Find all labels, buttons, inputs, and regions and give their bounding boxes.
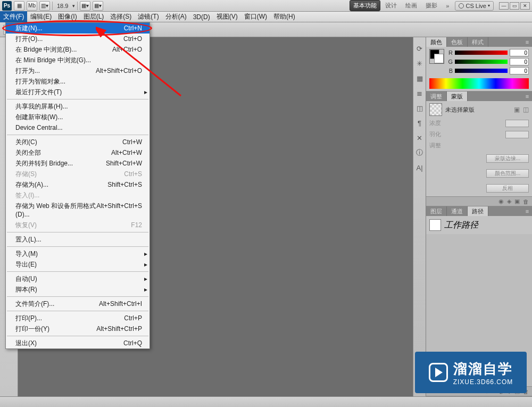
color-spectrum[interactable] (429, 78, 529, 89)
menu-layer[interactable]: 图层(L) (80, 11, 107, 22)
footer-icon[interactable]: ▣ (514, 198, 520, 205)
tab-color[interactable]: 颜色 (426, 37, 447, 47)
menu-item[interactable]: 打开为...Alt+Shift+Ctrl+O (6, 65, 149, 76)
dock-icon-paragraph[interactable]: ¶ (415, 118, 425, 128)
close-button[interactable]: ✕ (520, 2, 530, 10)
menu-item[interactable]: 退出(X)Ctrl+Q (6, 338, 149, 348)
menu-filter[interactable]: 滤镜(T) (135, 11, 162, 22)
toolbar-button[interactable]: ▦▾ (80, 1, 90, 11)
slider-r[interactable] (455, 51, 508, 55)
menu-edit[interactable]: 编辑(E) (27, 11, 55, 22)
menu-item[interactable]: 置入(L)... (6, 234, 149, 245)
minimize-button[interactable]: — (499, 2, 509, 10)
tab-styles[interactable]: 样式 (468, 37, 488, 47)
menu-item[interactable]: 打印一份(Y)Alt+Shift+Ctrl+P (6, 323, 149, 334)
menu-view[interactable]: 视图(V) (213, 11, 241, 22)
invert-button[interactable]: 反相 (486, 184, 529, 193)
menu-item[interactable]: 自动(U)▸ (6, 273, 149, 284)
color-range-button[interactable]: 颜色范围... (486, 169, 529, 178)
panel-menu-icon[interactable]: ≡ (522, 92, 532, 101)
menu-item[interactable]: 打开(O)...Ctrl+O (6, 34, 149, 44)
feather-value[interactable] (505, 131, 529, 138)
menu-item[interactable]: 打印(P)...Ctrl+P (6, 313, 149, 323)
toolbar-button[interactable]: ▦▾ (93, 1, 103, 11)
menu-item[interactable]: 导入(M)▸ (6, 248, 149, 259)
workspace-tab[interactable]: 设计 (381, 0, 401, 11)
dock-icon-history[interactable]: ⟳ (415, 44, 425, 53)
tab-paths[interactable]: 路径 (468, 206, 488, 216)
zoom-value[interactable]: 18.9 (55, 3, 70, 9)
workspace-tab[interactable]: 绘画 (402, 0, 421, 11)
toolbar-button[interactable]: ▥▾ (39, 1, 50, 11)
footer-icon[interactable]: ◉ (498, 198, 504, 205)
workspace-tab[interactable]: 基本功能 (350, 0, 380, 11)
tab-layers[interactable]: 图层 (426, 206, 447, 216)
play-icon (429, 363, 448, 382)
menu-analysis[interactable]: 分析(A) (162, 11, 190, 22)
menu-item[interactable]: 打开为智能对象... (6, 76, 149, 87)
menu-item[interactable]: 最近打开文件(T)▸ (6, 87, 149, 97)
menu-3d[interactable]: 3D(D) (190, 12, 213, 22)
channel-r-label: R (447, 49, 453, 56)
pixel-mask-icon[interactable]: ▣ (514, 106, 520, 113)
menu-item[interactable]: 共享我的屏幕(H)... (6, 101, 149, 112)
menu-item[interactable]: 在 Mini Bridge 中浏览(G)... (6, 55, 149, 65)
menu-help[interactable]: 帮助(H) (270, 11, 298, 22)
toolbar-button[interactable]: ▦ (14, 1, 24, 11)
panel-menu-icon[interactable]: ≡ (522, 37, 532, 47)
menu-select[interactable]: 选择(S) (107, 11, 135, 22)
density-value[interactable] (505, 120, 529, 127)
menu-image[interactable]: 图像(I) (55, 11, 80, 22)
mask-edge-button[interactable]: 蒙版边缘... (486, 154, 529, 163)
dock-icon-tools[interactable]: ✕ (415, 133, 425, 143)
trash-icon[interactable]: 🗑 (523, 198, 529, 205)
footer-icon[interactable]: ◈ (507, 198, 511, 205)
maximize-button[interactable]: ▭ (510, 2, 519, 10)
tab-swatches[interactable]: 色板 (447, 37, 468, 47)
menu-file[interactable]: 文件(F) (0, 11, 27, 22)
menu-item[interactable]: 存储为(A)...Shift+Ctrl+S (6, 179, 149, 190)
input-r[interactable] (510, 49, 529, 56)
vector-mask-icon[interactable]: ◫ (523, 106, 529, 113)
dock-icon-swatches[interactable]: ▦ (415, 73, 425, 83)
color-swatch[interactable] (429, 49, 444, 64)
menu-window[interactable]: 窗口(W) (241, 11, 270, 22)
panel-menu-icon[interactable]: ≡ (522, 206, 532, 216)
channel-g-label: G (447, 59, 453, 65)
cs-live-button[interactable]: CS Live▾ (455, 1, 494, 11)
menu-item[interactable]: 存储(S)Ctrl+S (6, 169, 149, 179)
menu-item[interactable]: 签入(I)... (6, 190, 149, 201)
workspace-tab[interactable]: 摄影 (422, 0, 441, 11)
workspace-more[interactable]: » (442, 1, 453, 11)
menu-item[interactable]: 在 Bridge 中浏览(B)...Alt+Ctrl+O (6, 44, 149, 55)
input-g[interactable] (510, 58, 529, 65)
toolbar-button[interactable]: Mb (27, 1, 37, 11)
dock-icon-brush[interactable]: ✳ (415, 59, 425, 68)
dock-icon-char[interactable]: A| (415, 163, 425, 172)
status-bar (0, 396, 532, 407)
tab-channels[interactable]: 通道 (447, 206, 468, 216)
menu-item[interactable]: 新建(N)...Ctrl+N (6, 23, 149, 34)
menu-item[interactable]: 关闭(C)Ctrl+W (6, 137, 149, 147)
tab-mask[interactable]: 蒙版 (447, 92, 468, 101)
color-panel: 颜色 色板 样式 ≡ R G B (426, 37, 532, 92)
dock-icon-info[interactable]: ⓘ (415, 148, 425, 157)
menu-item[interactable]: Device Central... (6, 122, 149, 133)
dock-icon-style[interactable]: ≣ (415, 88, 425, 98)
slider-b[interactable] (455, 69, 508, 73)
slider-g[interactable] (455, 60, 508, 64)
menu-item[interactable]: 恢复(V)F12 (6, 220, 149, 230)
input-b[interactable] (510, 67, 529, 74)
path-item[interactable]: 工作路径 (426, 216, 532, 234)
menu-item[interactable]: 关闭并转到 Bridge...Shift+Ctrl+W (6, 158, 149, 169)
tab-adjust[interactable]: 调整 (426, 92, 447, 101)
menu-item[interactable]: 脚本(R)▸ (6, 284, 149, 295)
menu-item[interactable]: 创建新审核(W)... (6, 112, 149, 122)
path-name: 工作路径 (444, 220, 478, 231)
watermark: 溜溜自学 ZIXUE.3D66.COM (415, 352, 527, 393)
menu-item[interactable]: 导出(E)▸ (6, 259, 149, 270)
dock-icon-layers[interactable]: ◫ (415, 103, 425, 113)
menu-item[interactable]: 存储为 Web 和设备所用格式(D)...Alt+Shift+Ctrl+S (6, 201, 149, 220)
menu-item[interactable]: 关闭全部Alt+Ctrl+W (6, 147, 149, 158)
menu-item[interactable]: 文件简介(F)...Alt+Shift+Ctrl+I (6, 298, 149, 309)
